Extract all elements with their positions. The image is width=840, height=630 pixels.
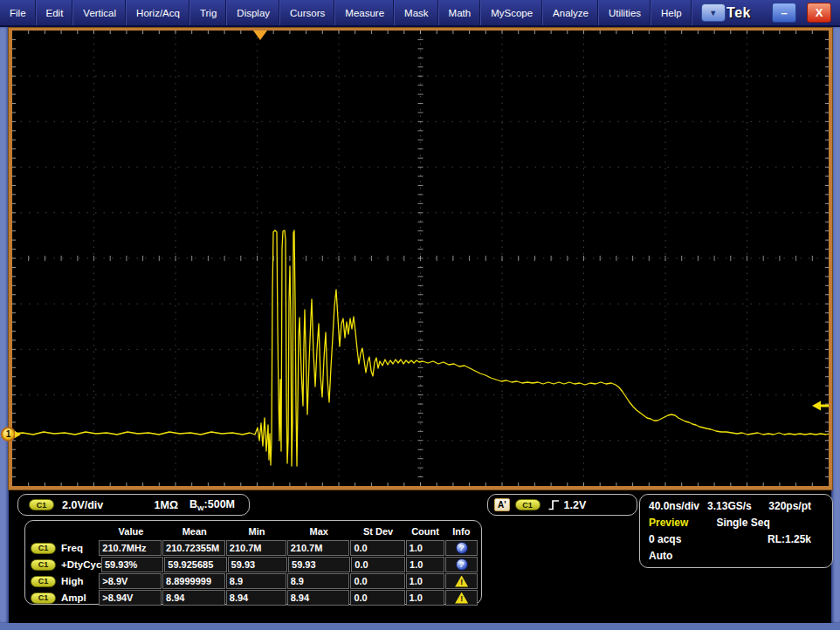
measurement-name: High xyxy=(61,576,84,586)
input-impedance: 1MΩ xyxy=(155,499,178,511)
col-header-stdev: St Dev xyxy=(351,526,406,537)
cell-min: 8.94 xyxy=(226,590,286,606)
source-badge: C1 xyxy=(31,576,56,587)
menu-mask[interactable]: Mask xyxy=(395,0,438,25)
menu-measure[interactable]: Measure xyxy=(335,0,395,25)
menu-myscope[interactable]: MyScope xyxy=(481,0,543,25)
cell-mean: 59.925685 xyxy=(164,557,226,572)
col-header-max: Max xyxy=(287,526,351,537)
menu-horiz-acq[interactable]: Horiz/Acq xyxy=(127,0,190,25)
cell-value: 210.7MHz xyxy=(99,540,162,556)
col-header-value: Value xyxy=(100,526,163,537)
minimize-icon: – xyxy=(781,6,787,19)
trigger-readout-panel[interactable]: A' C1 1.2V xyxy=(487,494,637,516)
cell-max: 59.93 xyxy=(288,557,350,572)
menu-trig[interactable]: Trig xyxy=(190,0,227,25)
cell-stdev: 0.0 xyxy=(351,557,405,572)
menu-help[interactable]: Help xyxy=(651,0,692,25)
trigger-mode: Auto xyxy=(649,550,672,562)
cell-stdev: 0.0 xyxy=(350,540,404,556)
channel-readout-panel[interactable]: C1 2.0V/div 1MΩ BW:500M xyxy=(17,494,250,516)
cell-value: 59.93% xyxy=(101,557,163,572)
cell-max: 8.94 xyxy=(287,590,350,606)
bandwidth: BW:500M xyxy=(189,498,235,512)
menu-math[interactable]: Math xyxy=(439,0,482,25)
col-header-count: Count xyxy=(405,526,444,537)
rising-edge-icon xyxy=(547,498,561,511)
measurement-row-ampl: C1Ampl >8.94V 8.94 8.94 8.94 0.0 1.0 ! xyxy=(29,590,478,606)
trigger-level: 1.2V xyxy=(564,499,587,511)
source-badge: C1 xyxy=(31,559,56,571)
cell-mean: 210.72355M xyxy=(162,540,225,556)
measurement-name: Freq xyxy=(61,543,83,553)
source-badge: C1 xyxy=(31,543,56,554)
cell-stdev: 0.0 xyxy=(350,573,404,589)
info-warning-icon[interactable]: ! xyxy=(455,576,468,587)
waveform-display xyxy=(12,31,829,486)
preview-status: Preview xyxy=(649,517,688,529)
cell-value: >8.9V xyxy=(99,573,162,589)
chevron-down-icon: ▼ xyxy=(709,9,717,17)
timebase: 40.0ns/div xyxy=(649,500,699,512)
window-left-edge xyxy=(0,27,9,623)
close-icon: X xyxy=(816,6,823,19)
measurement-panel: Value Mean Min Max St Dev Count Info C1F… xyxy=(24,520,482,605)
trigger-position-marker xyxy=(253,31,267,40)
cell-value: >8.94V xyxy=(99,590,162,606)
minimize-button[interactable]: – xyxy=(772,3,796,23)
tek-logo: Tek xyxy=(726,5,751,21)
tekscope-window: File Edit Vertical Horiz/Acq Trig Displa… xyxy=(0,0,840,630)
measurement-name: +DtyCyc xyxy=(61,559,101,570)
menu-utilities[interactable]: Utilities xyxy=(599,0,651,25)
info-warning-icon[interactable]: ! xyxy=(455,592,468,604)
measurement-row-dtycyc: C1+DtyCyc 59.93% 59.925685 59.93 59.93 0… xyxy=(29,557,478,572)
cell-count: 1.0 xyxy=(406,590,445,606)
cell-max: 210.7M xyxy=(287,540,350,556)
horizontal-readout-panel[interactable]: 40.0ns/div 3.13GS/s 320ps/pt Preview Sin… xyxy=(639,494,833,568)
cell-min: 59.93 xyxy=(228,557,287,572)
trigger-level-arrow xyxy=(812,401,829,411)
close-button[interactable]: X xyxy=(807,3,831,23)
cell-count: 1.0 xyxy=(406,573,445,589)
measurement-name: Ampl xyxy=(61,592,86,603)
graticule-frame xyxy=(9,28,832,490)
channel-1-label: 1 xyxy=(6,429,11,439)
menu-vertical[interactable]: Vertical xyxy=(73,0,127,25)
menu-overflow-button[interactable]: ▼ xyxy=(701,3,726,22)
trigger-channel-badge: C1 xyxy=(515,499,540,510)
cell-stdev: 0.0 xyxy=(350,590,404,606)
trigger-source-badge: A' xyxy=(494,498,510,511)
col-header-info: Info xyxy=(445,526,478,537)
measurement-row-freq: C1Freq 210.7MHz 210.72355M 210.7M 210.7M… xyxy=(29,540,478,556)
info-question-icon[interactable]: ? xyxy=(456,558,468,571)
menu-file[interactable]: File xyxy=(0,0,37,25)
cell-min: 8.9 xyxy=(226,573,286,589)
info-question-icon[interactable]: ? xyxy=(456,542,468,554)
menu-cursors[interactable]: Cursors xyxy=(280,0,335,25)
cell-min: 210.7M xyxy=(226,540,286,556)
acquisition-count: 0 acqs xyxy=(649,533,681,545)
channel-badge: C1 xyxy=(29,499,54,510)
vertical-scale: 2.0V/div xyxy=(62,499,103,511)
channel-1-ground-marker[interactable]: 1 xyxy=(1,427,16,442)
resolution: 320ps/pt xyxy=(768,500,811,512)
acquisition-mode: Single Seq xyxy=(716,517,769,529)
source-badge: C1 xyxy=(31,592,56,604)
window-bottom-edge xyxy=(0,623,840,630)
menu-display[interactable]: Display xyxy=(227,0,280,25)
measurement-header-row: Value Mean Min Max St Dev Count Info xyxy=(29,523,478,539)
menu-bar: File Edit Vertical Horiz/Acq Trig Displa… xyxy=(0,0,840,27)
cell-max: 8.9 xyxy=(287,573,350,589)
cell-count: 1.0 xyxy=(406,557,444,572)
col-header-mean: Mean xyxy=(162,526,226,537)
record-length: RL:1.25k xyxy=(768,533,811,545)
col-header-min: Min xyxy=(226,526,287,537)
cell-mean: 8.8999999 xyxy=(162,573,225,589)
menu-edit[interactable]: Edit xyxy=(37,0,74,25)
cell-count: 1.0 xyxy=(406,540,445,556)
menu-analyze[interactable]: Analyze xyxy=(543,0,599,25)
measurement-row-high: C1High >8.9V 8.8999999 8.9 8.9 0.0 1.0 ! xyxy=(29,573,478,589)
cell-mean: 8.94 xyxy=(162,590,225,606)
sample-rate: 3.13GS/s xyxy=(707,500,752,512)
